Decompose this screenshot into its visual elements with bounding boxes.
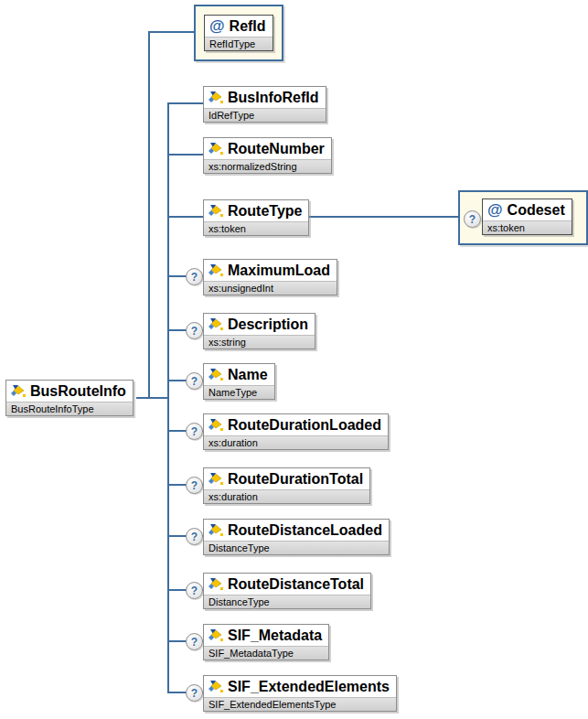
node-routetype[interactable]: RouteType xs:token	[203, 199, 309, 236]
element-title: RouteDurationTotal	[204, 468, 369, 489]
node-routedurationloaded[interactable]: RouteDurationLoaded xs:duration	[203, 413, 389, 450]
element-name: BusInfoRefId	[228, 90, 319, 106]
element-title: SIF_Metadata	[204, 625, 328, 646]
optional-indicator: ?	[186, 582, 203, 599]
optional-indicator: ?	[186, 268, 203, 285]
element-name: SIF_ExtendedElements	[228, 679, 390, 695]
element-name: RouteDistanceTotal	[228, 576, 364, 593]
element-icon	[208, 91, 223, 103]
node-name[interactable]: Name NameType	[203, 363, 275, 400]
element-icon	[208, 473, 223, 485]
attribute-at-icon: @	[209, 18, 225, 34]
optional-indicator: ?	[186, 423, 203, 440]
element-type: xs:duration	[204, 435, 388, 449]
node-routedistancetotal[interactable]: RouteDistanceTotal DistanceType	[203, 573, 371, 609]
element-name: MaximumLoad	[228, 263, 330, 279]
optional-indicator: ?	[186, 322, 203, 339]
connector-stub	[167, 216, 204, 218]
element-icon	[208, 143, 223, 155]
optional-indicator: ?	[186, 528, 203, 545]
optional-indicator: ?	[186, 633, 203, 650]
element-type: NameType	[204, 385, 274, 399]
node-codeset[interactable]: @ Codeset xs:token	[482, 199, 572, 235]
connector-root-stub	[136, 397, 169, 399]
element-title: RouteDistanceLoaded	[204, 520, 389, 541]
element-type: DistanceType	[204, 595, 370, 608]
element-type: SIF_ExtendedElementsType	[204, 697, 396, 711]
node-refid[interactable]: @ RefId RefIdType	[204, 15, 273, 51]
node-sif-extendedelements[interactable]: SIF_ExtendedElements SIF_ExtendedElement…	[203, 675, 397, 712]
element-icon	[208, 369, 223, 381]
element-title: SIF_ExtendedElements	[204, 676, 396, 697]
attribute-title: @ RefId	[205, 16, 273, 37]
connector-stub	[167, 154, 204, 156]
connector-trunk-refid	[148, 31, 150, 398]
element-name: RouteNumber	[228, 141, 325, 157]
attribute-at-icon: @	[487, 202, 503, 218]
attribute-type: RefIdType	[205, 37, 273, 50]
connector-stub	[167, 102, 204, 104]
element-type: xs:normalizedString	[204, 159, 331, 173]
element-type: xs:unsignedInt	[204, 281, 337, 295]
element-name: BusRouteInfo	[30, 383, 126, 400]
element-type: xs:string	[204, 335, 315, 349]
element-name: SIF_Metadata	[228, 628, 322, 644]
node-routedistanceloaded[interactable]: RouteDistanceLoaded DistanceType	[203, 519, 390, 555]
element-type: IdRefType	[204, 108, 326, 122]
element-type: DistanceType	[204, 541, 389, 554]
element-type: BusRouteInfoType	[6, 402, 133, 415]
element-icon	[208, 205, 223, 217]
element-title: RouteDistanceTotal	[204, 574, 370, 595]
element-icon	[208, 629, 223, 641]
attribute-name: RefId	[230, 18, 266, 35]
node-busrouteinfo-root[interactable]: BusRouteInfo BusRouteInfoType	[5, 380, 134, 416]
element-name: Description	[228, 317, 308, 333]
codeset-attribute-container: ? @ Codeset xs:token	[458, 190, 588, 245]
attribute-name: Codeset	[508, 202, 565, 219]
element-icon	[208, 264, 223, 276]
element-title: RouteDurationLoaded	[204, 414, 388, 435]
element-name: Name	[228, 367, 268, 383]
root-title: BusRouteInfo	[6, 381, 133, 402]
element-icon	[208, 318, 223, 330]
node-maximumload[interactable]: MaximumLoad xs:unsignedInt	[203, 259, 337, 295]
optional-indicator: ?	[186, 477, 203, 494]
element-name: RouteDurationLoaded	[228, 417, 381, 434]
element-type: xs:duration	[204, 489, 369, 503]
element-title: MaximumLoad	[204, 260, 337, 281]
element-icon	[208, 419, 223, 431]
element-name: RouteDurationTotal	[228, 471, 363, 488]
schema-diagram: @ RefId RefIdType BusRouteInfo BusRouteI…	[0, 0, 588, 719]
optional-indicator: ?	[186, 684, 203, 702]
attribute-title: @ Codeset	[483, 199, 572, 220]
connector-routetype-codeset	[302, 216, 465, 218]
element-name: RouteDistanceLoaded	[228, 522, 382, 539]
element-icon	[208, 524, 223, 536]
node-businforefid[interactable]: BusInfoRefId IdRefType	[203, 86, 326, 123]
element-title: Name	[204, 364, 274, 385]
element-title: Description	[204, 314, 315, 335]
attribute-type: xs:token	[483, 220, 572, 234]
optional-indicator: ?	[464, 210, 481, 228]
element-icon	[208, 578, 223, 590]
element-title: BusInfoRefId	[204, 87, 326, 108]
node-routedurationtotal[interactable]: RouteDurationTotal xs:duration	[203, 467, 370, 504]
element-title: RouteNumber	[204, 138, 331, 159]
element-name: RouteType	[228, 203, 302, 220]
node-sif-metadata[interactable]: SIF_Metadata SIF_MetadataType	[203, 624, 329, 660]
element-icon	[11, 385, 26, 397]
optional-indicator: ?	[186, 372, 203, 390]
element-type: SIF_MetadataType	[204, 646, 328, 660]
node-description[interactable]: Description xs:string	[203, 313, 315, 349]
element-icon	[208, 681, 223, 692]
element-type: xs:token	[204, 221, 308, 235]
connector-refid-stub	[148, 31, 196, 33]
element-title: RouteType	[204, 200, 308, 221]
refid-attribute-container: @ RefId RefIdType	[194, 5, 283, 61]
node-routenumber[interactable]: RouteNumber xs:normalizedString	[203, 137, 332, 174]
